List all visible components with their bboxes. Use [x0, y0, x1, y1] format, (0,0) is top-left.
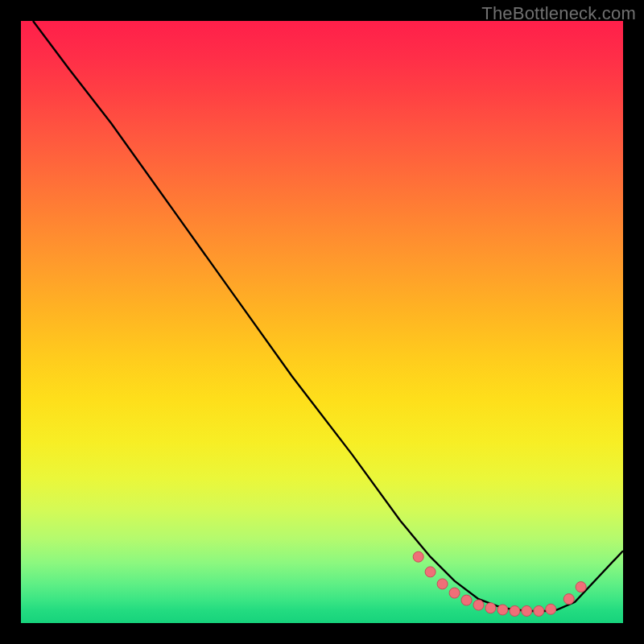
highlight-dot — [485, 603, 496, 613]
chart-svg — [21, 21, 623, 623]
highlight-dot — [437, 579, 448, 589]
highlight-dot — [497, 605, 508, 615]
highlight-dot — [522, 606, 532, 617]
highlight-dot — [576, 582, 586, 592]
highlight-dot — [449, 588, 460, 598]
chart-frame: TheBottleneck.com — [0, 0, 644, 644]
highlight-dot — [510, 606, 520, 617]
highlight-dots-group — [413, 551, 586, 616]
watermark-text: TheBottleneck.com — [481, 3, 636, 24]
bottleneck-curve — [33, 21, 623, 611]
highlight-dot — [546, 604, 556, 614]
highlight-dot — [461, 595, 472, 605]
highlight-dot — [413, 551, 423, 562]
highlight-dot — [425, 567, 436, 577]
plot-area — [21, 21, 623, 623]
highlight-dot — [473, 600, 484, 610]
highlight-dot — [564, 594, 574, 605]
highlight-dot — [534, 606, 544, 617]
